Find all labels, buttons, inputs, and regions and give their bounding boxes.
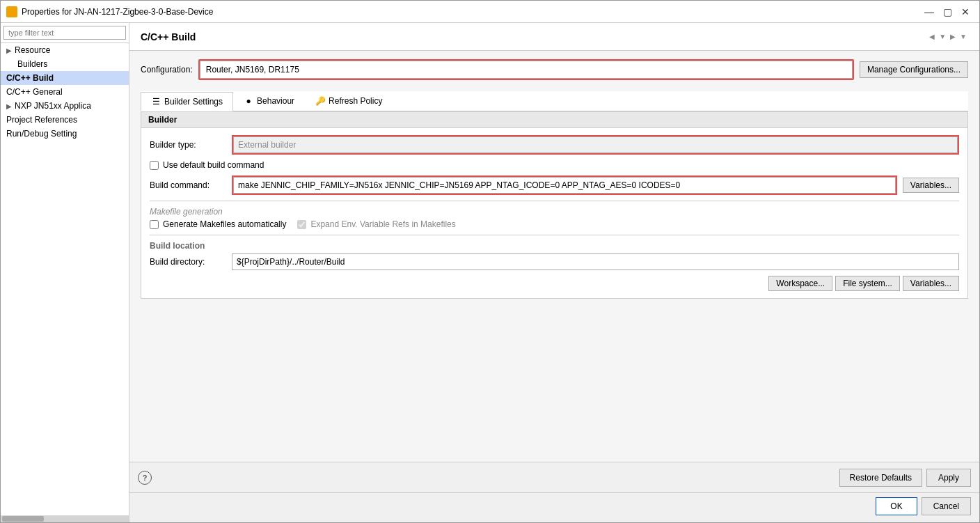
sidebar-item-cpp-general[interactable]: C/C++ General bbox=[1, 85, 129, 99]
makefile-generation-section: Makefile generation Generate Makefiles a… bbox=[150, 207, 959, 229]
footer-left: ? bbox=[138, 471, 152, 485]
use-default-build-row: Use default build command bbox=[150, 160, 959, 170]
expand-env-checkbox[interactable] bbox=[297, 220, 306, 229]
builder-type-row: Builder type: External builder bbox=[150, 135, 959, 155]
expand-env-label: Expand Env. Variable Refs in Makefiles bbox=[310, 219, 455, 229]
generate-makefiles-check: Generate Makefiles automatically bbox=[150, 219, 286, 229]
tab-builder-settings[interactable]: ☰ Builder Settings bbox=[141, 92, 233, 111]
tab-label-refresh-policy: Refresh Policy bbox=[329, 96, 382, 106]
sidebar-items-list: ▶ Resource Builders C/C++ Build C/C++ Ge… bbox=[1, 43, 129, 515]
nav-back-arrow[interactable]: ◀ bbox=[928, 31, 936, 42]
sidebar-item-builders[interactable]: Builders bbox=[1, 57, 129, 71]
ok-cancel-row: OK Cancel bbox=[129, 492, 979, 522]
sidebar-item-cpp-build[interactable]: C/C++ Build bbox=[1, 71, 129, 85]
tabs-bar: ☰ Builder Settings ● Behaviour 🔑 Refresh… bbox=[141, 91, 968, 111]
variables-dir-button[interactable]: Variables... bbox=[903, 276, 959, 291]
tab-label-builder-settings: Builder Settings bbox=[164, 97, 223, 107]
window-title: Properties for JN-AN-1217-Zigbee-3-0-Bas… bbox=[22, 7, 213, 17]
search-input[interactable] bbox=[3, 26, 126, 40]
ok-button[interactable]: OK bbox=[876, 497, 917, 515]
manage-configurations-button[interactable]: Manage Configurations... bbox=[860, 61, 968, 78]
behaviour-icon: ● bbox=[244, 96, 253, 106]
apply-button[interactable]: Apply bbox=[926, 469, 971, 487]
sidebar-item-run-debug[interactable]: Run/Debug Setting bbox=[1, 127, 129, 141]
sidebar-search-area bbox=[1, 23, 129, 43]
sidebar-horizontal-scrollbar[interactable] bbox=[1, 515, 129, 522]
build-command-input-wrapper bbox=[232, 175, 897, 195]
build-location-label: Build location bbox=[150, 241, 959, 251]
sidebar-item-label: NXP JN51xx Applica bbox=[15, 101, 91, 111]
close-button[interactable]: ✕ bbox=[957, 5, 974, 19]
title-bar-left: Properties for JN-AN-1217-Zigbee-3-0-Bas… bbox=[6, 6, 213, 17]
builder-section-box: Builder Builder type: External builder bbox=[141, 111, 968, 299]
use-default-checkbox[interactable] bbox=[150, 161, 159, 170]
use-default-label: Use default build command bbox=[163, 160, 264, 170]
builder-type-label: Builder type: bbox=[150, 140, 226, 150]
tab-label-behaviour: Behaviour bbox=[257, 96, 294, 106]
panel-title: C/C++ Build bbox=[141, 31, 196, 42]
divider-line bbox=[150, 201, 959, 201]
configuration-row: Configuration: Router, JN5169, DR1175 Ma… bbox=[141, 59, 968, 80]
expand-arrow: ▶ bbox=[6, 102, 12, 110]
title-bar: Properties for JN-AN-1217-Zigbee-3-0-Bas… bbox=[1, 1, 979, 23]
app-icon bbox=[6, 6, 17, 17]
makefile-options-row: Generate Makefiles automatically Expand … bbox=[150, 219, 959, 229]
divider-line-2 bbox=[150, 235, 959, 235]
filesystem-button[interactable]: File system... bbox=[835, 276, 900, 291]
restore-button[interactable]: ▢ bbox=[939, 5, 956, 19]
configuration-select[interactable]: Router, JN5169, DR1175 bbox=[200, 61, 853, 79]
refresh-policy-icon: 🔑 bbox=[315, 96, 325, 106]
builder-type-select[interactable]: External builder bbox=[233, 136, 958, 153]
sidebar-item-label: Project References bbox=[6, 115, 77, 125]
footer: ? Restore Defaults Apply bbox=[129, 462, 979, 492]
panel-header: C/C++ Build ◀ ▼ ▶ ▼ bbox=[129, 23, 979, 51]
nav-down2-arrow[interactable]: ▼ bbox=[958, 31, 968, 42]
title-controls: — ▢ ✕ bbox=[921, 5, 974, 19]
right-panel: C/C++ Build ◀ ▼ ▶ ▼ Configuration: Route… bbox=[129, 23, 979, 522]
sidebar: ▶ Resource Builders C/C++ Build C/C++ Ge… bbox=[1, 23, 129, 522]
footer-buttons: Restore Defaults Apply bbox=[152, 469, 971, 487]
sidebar-item-label: Resource bbox=[15, 45, 50, 55]
build-directory-label: Build directory: bbox=[150, 257, 226, 267]
builder-section-header: Builder bbox=[141, 112, 967, 128]
main-content: ▶ Resource Builders C/C++ Build C/C++ Ge… bbox=[1, 23, 979, 522]
cancel-button[interactable]: Cancel bbox=[922, 497, 971, 515]
tab-refresh-policy[interactable]: 🔑 Refresh Policy bbox=[305, 91, 393, 111]
configuration-select-wrapper: Router, JN5169, DR1175 bbox=[198, 59, 854, 80]
generate-makefiles-checkbox[interactable] bbox=[150, 220, 159, 229]
sidebar-item-project-refs[interactable]: Project References bbox=[1, 113, 129, 127]
build-command-row: Build command: Variables... bbox=[150, 175, 959, 195]
build-dir-buttons: Workspace... File system... Variables... bbox=[150, 276, 959, 291]
sidebar-item-label: C/C++ Build bbox=[6, 73, 54, 83]
build-directory-row: Build directory: bbox=[150, 253, 959, 270]
sidebar-item-label: Builders bbox=[17, 59, 47, 69]
nav-forward-arrow[interactable]: ▶ bbox=[949, 31, 957, 42]
sidebar-item-label: C/C++ General bbox=[6, 87, 63, 97]
panel-body: Configuration: Router, JN5169, DR1175 Ma… bbox=[129, 51, 979, 462]
panel-nav-area: ◀ ▼ ▶ ▼ bbox=[928, 31, 968, 42]
expand-arrow: ▶ bbox=[6, 47, 12, 54]
builder-type-select-wrapper: External builder bbox=[232, 135, 959, 155]
sidebar-scroll-thumb bbox=[2, 516, 44, 522]
sidebar-item-nxp-app[interactable]: ▶ NXP JN51xx Applica bbox=[1, 99, 129, 113]
sidebar-item-resource[interactable]: ▶ Resource bbox=[1, 43, 129, 57]
restore-defaults-button[interactable]: Restore Defaults bbox=[839, 469, 922, 487]
nav-down-arrow[interactable]: ▼ bbox=[938, 31, 947, 42]
main-window: Properties for JN-AN-1217-Zigbee-3-0-Bas… bbox=[0, 0, 980, 523]
build-directory-input[interactable] bbox=[232, 253, 959, 270]
generate-makefiles-label: Generate Makefiles automatically bbox=[163, 219, 286, 229]
variables-button[interactable]: Variables... bbox=[903, 178, 959, 193]
build-command-label: Build command: bbox=[150, 180, 226, 190]
minimize-button[interactable]: — bbox=[921, 5, 938, 19]
builder-content: Builder type: External builder Use defau… bbox=[141, 128, 967, 298]
tab-behaviour[interactable]: ● Behaviour bbox=[233, 91, 305, 111]
expand-env-check: Expand Env. Variable Refs in Makefiles bbox=[297, 219, 455, 229]
makefile-section-label: Makefile generation bbox=[150, 207, 959, 217]
configuration-label: Configuration: bbox=[141, 65, 193, 75]
help-icon[interactable]: ? bbox=[138, 471, 152, 485]
workspace-button[interactable]: Workspace... bbox=[768, 276, 832, 291]
build-command-input[interactable] bbox=[233, 177, 896, 194]
builder-settings-icon: ☰ bbox=[151, 97, 161, 107]
sidebar-item-label: Run/Debug Setting bbox=[6, 129, 77, 139]
build-location-section: Build location Build directory: Workspac… bbox=[150, 241, 959, 291]
